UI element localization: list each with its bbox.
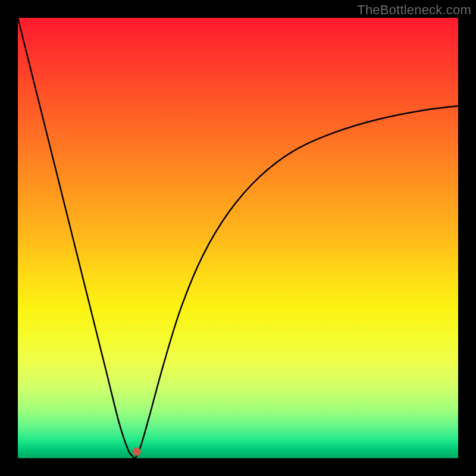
svg-point-0 <box>133 447 141 456</box>
chart-frame: TheBottleneck.com <box>0 0 476 476</box>
plot-area <box>18 18 458 458</box>
bottleneck-curve <box>18 18 458 458</box>
attribution-label: TheBottleneck.com <box>357 2 471 18</box>
